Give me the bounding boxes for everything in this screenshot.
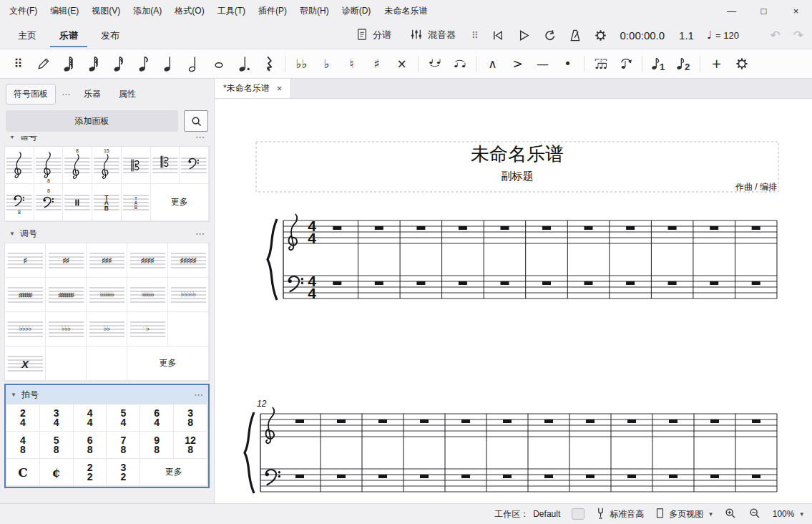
tuplet-button[interactable]: 3: [588, 52, 613, 75]
menu-item-3[interactable]: 视图(V): [85, 0, 127, 21]
whole-rest[interactable]: [626, 226, 635, 230]
menu-item-1[interactable]: 文件(F): [3, 0, 44, 21]
panel-tab-2[interactable]: 乐器: [76, 84, 109, 105]
whole-rest[interactable]: [416, 226, 425, 230]
key-signature-flat-4-cell[interactable]: ♭♭♭♭: [5, 312, 46, 346]
key-signature-flat-5-cell[interactable]: ♭♭♭♭♭: [168, 278, 209, 312]
key-signature-sharp-4-cell[interactable]: ♯♯♯♯: [127, 243, 168, 278]
clef-treble-cell[interactable]: [5, 147, 34, 184]
whole-rest[interactable]: [752, 475, 760, 478]
loop-playback-button[interactable]: [542, 27, 557, 43]
redo-button[interactable]: ↷: [793, 28, 803, 43]
whole-rest[interactable]: [586, 475, 595, 478]
whole-rest[interactable]: [337, 419, 346, 423]
mixer-button[interactable]: 混音器: [410, 29, 456, 42]
playback-drag-handle[interactable]: ⠿: [471, 30, 479, 41]
clef-tab-serif-cell[interactable]: TAB: [122, 184, 151, 221]
time-signature-12-8-cell[interactable]: 128: [174, 432, 207, 459]
whole-rest[interactable]: [459, 281, 467, 285]
accidental-double-sharp-button[interactable]: ×: [389, 52, 414, 75]
key-signature-flat-3-cell[interactable]: ♭♭♭: [46, 312, 87, 346]
whole-rest[interactable]: [627, 475, 636, 478]
metronome-button[interactable]: [567, 27, 583, 43]
concert-pitch-toggle[interactable]: [572, 508, 584, 520]
whole-rest[interactable]: [710, 226, 718, 230]
main-tab-3[interactable]: 发布: [92, 24, 129, 47]
main-tab-2[interactable]: 乐谱: [50, 24, 87, 47]
whole-rest[interactable]: [501, 226, 509, 230]
whole-rest[interactable]: [420, 475, 429, 478]
whole-rest[interactable]: [752, 419, 760, 423]
whole-rest[interactable]: [459, 226, 467, 230]
main-tab-1[interactable]: 主页: [9, 24, 46, 47]
panel-tab-3[interactable]: 属性: [111, 84, 144, 105]
whole-rest[interactable]: [584, 226, 593, 230]
whole-rest[interactable]: [710, 475, 719, 478]
rewind-button[interactable]: [490, 27, 506, 43]
palette-section-header-clefs[interactable]: ▼谱号⋯: [4, 136, 210, 146]
duration-whole-button[interactable]: [206, 52, 231, 75]
clef-treble-15ma-cell[interactable]: 15: [92, 147, 122, 184]
whole-rest[interactable]: [503, 475, 512, 478]
time-signature-4-4-cell[interactable]: 44: [74, 404, 107, 432]
whole-rest[interactable]: [627, 419, 636, 423]
whole-rest[interactable]: [626, 281, 635, 285]
whole-rest[interactable]: [668, 226, 677, 230]
time-signature-6-4-cell[interactable]: 64: [140, 404, 174, 432]
key-signature-sharp-2-cell[interactable]: ♯♯: [46, 243, 87, 278]
whole-rest[interactable]: [333, 281, 341, 285]
maximize-button[interactable]: □: [748, 0, 780, 21]
whole-rest[interactable]: [461, 475, 470, 478]
whole-rest[interactable]: [586, 419, 595, 423]
key-signature-flat-1-cell[interactable]: ♭: [127, 312, 168, 346]
whole-rest[interactable]: [375, 281, 383, 285]
score-canvas[interactable]: 未命名乐谱副标题作曲 / 编排444412: [215, 79, 812, 503]
key-signature-sharp-5-cell[interactable]: ♯♯♯♯♯: [168, 243, 209, 278]
whole-rest[interactable]: [378, 419, 387, 423]
key-signature-sharp-1-cell[interactable]: ♯: [5, 243, 46, 278]
key-signature-flat-2-cell[interactable]: ♭♭: [87, 312, 127, 346]
rest-button[interactable]: [256, 52, 281, 75]
whole-rest[interactable]: [542, 281, 551, 285]
palette-section-header-time-signatures[interactable]: ▼拍号⋯: [6, 385, 208, 404]
menu-item-8[interactable]: 帮助(H): [293, 0, 336, 21]
palette-more-button[interactable]: 更多: [151, 184, 209, 221]
marcato-button[interactable]: ∧: [480, 52, 505, 75]
menu-item-2[interactable]: 编辑(E): [44, 0, 85, 21]
panel-tab-overflow-icon[interactable]: ⋯: [58, 88, 74, 101]
palette-search-button[interactable]: [184, 110, 208, 132]
play-button[interactable]: [516, 27, 532, 43]
menu-item-6[interactable]: 工具(T): [211, 0, 252, 21]
key-signature-sharp-7-cell[interactable]: ♯♯♯♯♯♯♯: [46, 278, 87, 312]
whole-rest[interactable]: [416, 281, 425, 285]
key-signature-flat-7-cell[interactable]: ♭♭♭♭♭♭♭: [87, 278, 127, 312]
whole-rest[interactable]: [710, 419, 719, 423]
staccato-button[interactable]: •: [555, 52, 580, 75]
clef-tab-cell[interactable]: TAB: [92, 184, 122, 221]
tie-button[interactable]: [422, 52, 447, 75]
section-menu-icon[interactable]: ⋯: [195, 228, 205, 239]
whole-rest[interactable]: [295, 419, 304, 423]
customize-toolbar-button[interactable]: [729, 52, 754, 75]
undo-button[interactable]: ↶: [771, 28, 781, 43]
whole-rest[interactable]: [669, 475, 678, 478]
whole-rest[interactable]: [503, 419, 512, 423]
section-menu-icon[interactable]: ⋯: [195, 136, 205, 142]
duration-quarter-button[interactable]: [156, 52, 181, 75]
clef-bass-cell[interactable]: [180, 147, 209, 184]
tempo-display[interactable]: ♩ = 120: [707, 30, 739, 41]
whole-rest[interactable]: [752, 281, 760, 285]
accidental-double-flat-button[interactable]: ♭♭: [289, 52, 314, 75]
menu-item-5[interactable]: 格式(O): [168, 0, 210, 21]
menu-item-7[interactable]: 插件(P): [252, 0, 293, 21]
palette-list[interactable]: ▼谱号⋯881588TABTAB更多▼调号⋯♯♯♯♯♯♯♯♯♯♯♯♯♯♯♯♯♯♯…: [0, 136, 214, 501]
whole-rest[interactable]: [501, 281, 509, 285]
whole-rest[interactable]: [420, 419, 429, 423]
duration-32nd-button[interactable]: [81, 52, 106, 75]
bass-clef[interactable]: [288, 276, 303, 291]
parts-button[interactable]: 分谱: [356, 28, 391, 43]
duration-64th-button[interactable]: [56, 52, 81, 75]
time-signature-6-8-cell[interactable]: 68: [74, 432, 107, 459]
voice-1-button[interactable]: 1: [646, 52, 671, 75]
document-tab[interactable]: *未命名乐谱 ×: [215, 79, 291, 98]
